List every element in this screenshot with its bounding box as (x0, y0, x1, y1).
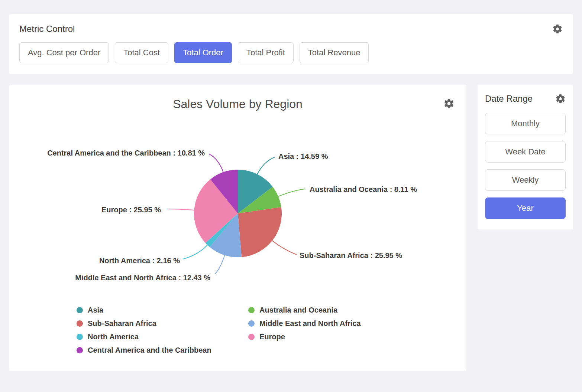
gear-icon (443, 98, 455, 109)
chart-panel: Sales Volume by Region Asia : 14.59 %Aus… (9, 85, 466, 371)
legend-item-north-america[interactable]: North America (77, 333, 248, 341)
metric-buttons: Avg. Cost per OrderTotal CostTotal Order… (19, 42, 563, 63)
pie-label-north-america: North America : 2.16 % (99, 256, 180, 265)
gear-icon (555, 94, 566, 104)
date-range-button-week-date[interactable]: Week Date (485, 141, 566, 163)
pie-label-europe: Europe : 25.95 % (101, 205, 161, 215)
legend-label: Central America and the Caribbean (88, 346, 211, 355)
legend-dot (77, 347, 83, 353)
gear-icon (552, 24, 563, 34)
date-range-button-monthly[interactable]: Monthly (485, 113, 566, 134)
legend-dot (248, 320, 255, 327)
legend-dot (248, 307, 255, 313)
date-range-button-year[interactable]: Year (485, 197, 566, 219)
pie-label-sub-saharan-africa: Sub-Saharan Africa : 25.95 % (300, 251, 402, 260)
label-leader-line (257, 157, 275, 175)
date-range-header: Date Range (485, 94, 566, 104)
legend-item-sub-saharan-africa[interactable]: Sub-Saharan Africa (77, 319, 248, 328)
pie-label-australia-and-oceania: Australia and Oceania : 8.11 % (310, 184, 417, 194)
metric-button-total-cost[interactable]: Total Cost (115, 42, 168, 63)
label-leader-line (209, 154, 223, 173)
date-range-buttons: MonthlyWeek DateWeeklyYear (485, 113, 566, 219)
metric-control-title: Metric Control (19, 24, 75, 34)
legend-dot (77, 307, 83, 313)
gear-icon[interactable] (555, 94, 566, 104)
legend-item-asia[interactable]: Asia (77, 306, 248, 314)
legend-dot (77, 334, 83, 340)
legend-label: Middle East and North Africa (259, 319, 361, 328)
label-leader-line (183, 245, 208, 259)
pie-slice-sub-saharan-africa[interactable] (238, 207, 282, 257)
chart-title: Sales Volume by Region (18, 97, 457, 111)
date-range-button-weekly[interactable]: Weekly (485, 169, 566, 191)
legend-dot (248, 334, 255, 340)
gear-icon[interactable] (552, 24, 563, 34)
label-leader-line (272, 240, 297, 255)
pie-label-central-america-and-the-caribbean: Central America and the Caribbean : 10.8… (47, 148, 205, 158)
metric-button-total-revenue[interactable]: Total Revenue (300, 42, 369, 63)
legend-item-central-america-and-the-caribbean[interactable]: Central America and the Caribbean (77, 346, 248, 355)
pie-label-asia: Asia : 14.59 % (278, 151, 328, 161)
pie-chart: Asia : 14.59 %Australia and Oceania : 8.… (18, 115, 457, 301)
metric-button-total-order[interactable]: Total Order (174, 42, 232, 63)
chart-header: Sales Volume by Region (18, 97, 457, 114)
label-leader-line (167, 209, 195, 210)
legend-label: Europe (259, 333, 285, 341)
metric-control-header: Metric Control (19, 24, 563, 34)
legend-label: North America (88, 333, 139, 341)
dashboard: Metric Control Avg. Cost per OrderTotal … (9, 14, 573, 371)
legend-dot (77, 320, 83, 327)
legend-item-europe[interactable]: Europe (248, 333, 457, 341)
gear-icon[interactable] (443, 98, 455, 109)
legend-label: Australia and Oceania (259, 306, 337, 314)
metric-control-panel: Metric Control Avg. Cost per OrderTotal … (9, 14, 573, 74)
metric-button-total-profit[interactable]: Total Profit (238, 42, 294, 63)
main-row: Sales Volume by Region Asia : 14.59 %Aus… (9, 85, 573, 371)
legend-item-australia-and-oceania[interactable]: Australia and Oceania (248, 306, 457, 314)
legend-label: Sub-Saharan Africa (88, 319, 156, 328)
legend-label: Asia (88, 306, 103, 314)
pie-label-middle-east-and-north-africa: Middle East and North Africa : 12.43 % (75, 273, 210, 282)
label-leader-line (278, 189, 305, 197)
date-range-panel: Date Range MonthlyWeek DateWeeklyYear (478, 85, 573, 229)
date-range-title: Date Range (485, 94, 533, 104)
label-leader-line (215, 255, 225, 274)
legend-item-middle-east-and-north-africa[interactable]: Middle East and North Africa (248, 319, 457, 328)
metric-button-avg-cost-per-order[interactable]: Avg. Cost per Order (19, 42, 109, 63)
chart-legend: AsiaAustralia and OceaniaSub-Saharan Afr… (77, 306, 457, 355)
